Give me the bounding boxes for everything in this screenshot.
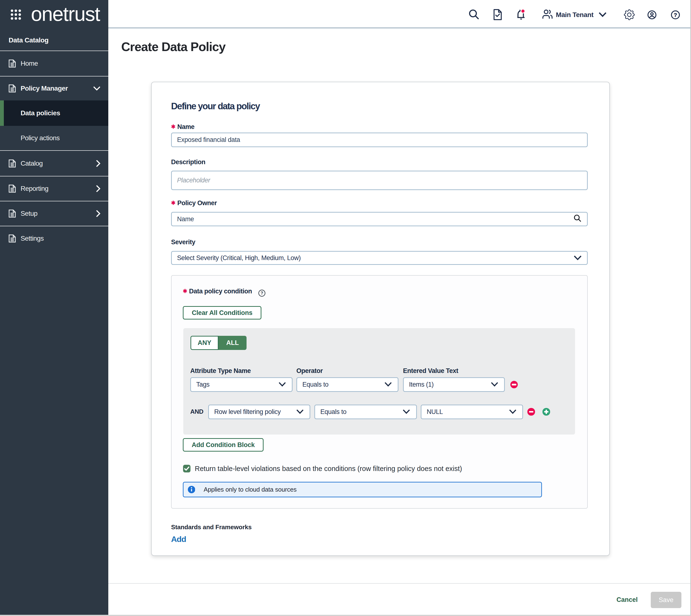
svg-text:?: ? <box>674 12 677 18</box>
svg-text:?: ? <box>261 291 263 295</box>
